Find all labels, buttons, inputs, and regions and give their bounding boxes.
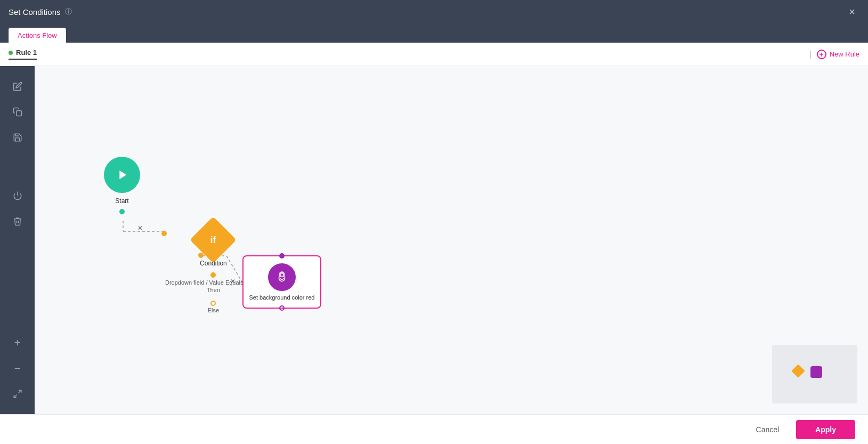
delete-button[interactable] — [6, 209, 29, 233]
condition-if-icon: if — [210, 235, 216, 246]
action-top-connector — [279, 253, 285, 259]
connector-dot-2 — [198, 253, 204, 258]
action-bottom-connector — [279, 305, 285, 311]
rule-dot — [9, 51, 13, 55]
condition-diamond[interactable]: if — [190, 216, 237, 263]
tab-bar: Actions Flow — [0, 23, 868, 43]
cancel-button[interactable]: Cancel — [745, 421, 790, 438]
connections-svg: ✕ ✕ — [35, 66, 868, 414]
minimap-action-node — [810, 366, 822, 378]
svg-line-3 — [14, 395, 17, 398]
modal-container: Set Conditions ⓘ × Actions Flow Rule 1 |… — [0, 0, 868, 444]
condition-then-connector-dot — [210, 272, 216, 278]
modal-title-text: Set Conditions — [9, 7, 61, 17]
actions-flow-tab[interactable]: Actions Flow — [9, 28, 66, 43]
modal-header: Set Conditions ⓘ × — [0, 0, 868, 23]
svg-text:✕: ✕ — [137, 224, 143, 232]
left-toolbar: + − — [0, 66, 35, 414]
save-button[interactable] — [6, 126, 29, 149]
modal-title: Set Conditions ⓘ — [9, 7, 72, 17]
main-area: + − ✕ — [0, 66, 868, 414]
minimap-inner — [772, 345, 857, 403]
start-label: Start — [115, 197, 128, 205]
toolbar-group-top — [0, 75, 35, 149]
copy-button[interactable] — [6, 100, 29, 124]
svg-rect-0 — [16, 111, 21, 116]
new-rule-label: New Rule — [830, 50, 859, 58]
new-rule-plus-icon: + — [817, 50, 826, 59]
canvas-area: ✕ ✕ Start — [35, 66, 868, 414]
apply-button[interactable]: Apply — [796, 420, 855, 439]
svg-point-11 — [281, 274, 283, 276]
condition-else-connector-dot — [210, 301, 216, 306]
svg-marker-10 — [119, 171, 126, 179]
rule-bar: Rule 1 | + New Rule — [0, 43, 868, 66]
info-icon: ⓘ — [65, 7, 72, 17]
action-label-text: Set background color red — [246, 294, 318, 301]
else-label-text: Else — [208, 307, 219, 313]
start-circle[interactable] — [104, 157, 140, 193]
footer: Cancel Apply — [0, 414, 868, 444]
zoom-out-button[interactable]: − — [6, 357, 29, 380]
action-node[interactable]: Set background color red — [242, 255, 321, 309]
zoom-in-button[interactable]: + — [6, 331, 29, 354]
fit-button[interactable] — [6, 382, 29, 406]
minimap — [772, 345, 857, 403]
minimap-condition-node — [791, 364, 805, 377]
action-box[interactable]: Set background color red — [242, 255, 321, 309]
divider-icon: | — [809, 50, 811, 59]
action-icon-circle — [268, 263, 296, 291]
toolbar-group-bottom — [0, 184, 35, 233]
close-button[interactable]: × — [845, 4, 859, 19]
rule-tab[interactable]: Rule 1 — [9, 49, 37, 60]
edit-button[interactable] — [6, 75, 29, 98]
rule-label: Rule 1 — [16, 49, 37, 56]
start-node[interactable]: Start — [104, 157, 140, 214]
start-connector — [119, 209, 125, 214]
new-rule-button[interactable]: + New Rule — [817, 50, 859, 59]
svg-line-2 — [18, 390, 21, 393]
power-button[interactable] — [6, 184, 29, 207]
